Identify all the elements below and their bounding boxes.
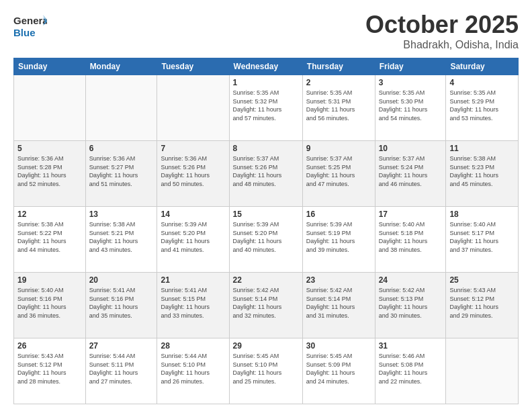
header-wednesday: Wednesday: [229, 58, 302, 75]
table-row: 12Sunrise: 5:38 AMSunset: 5:22 PMDayligh…: [14, 207, 86, 273]
calendar-week-row: 12Sunrise: 5:38 AMSunset: 5:22 PMDayligh…: [14, 207, 519, 273]
day-info: Sunrise: 5:37 AMSunset: 5:25 PMDaylight:…: [306, 154, 371, 188]
table-row: 3Sunrise: 5:35 AMSunset: 5:30 PMDaylight…: [375, 75, 446, 141]
day-info: Sunrise: 5:40 AMSunset: 5:18 PMDaylight:…: [379, 220, 443, 254]
table-row: 22Sunrise: 5:42 AMSunset: 5:14 PMDayligh…: [229, 273, 302, 338]
calendar-header-row: Sunday Monday Tuesday Wednesday Thursday…: [14, 58, 519, 75]
day-info: Sunrise: 5:42 AMSunset: 5:14 PMDaylight:…: [306, 286, 371, 320]
day-number: 26: [17, 341, 82, 351]
day-info: Sunrise: 5:41 AMSunset: 5:15 PMDaylight:…: [161, 286, 225, 320]
day-number: 6: [89, 144, 154, 153]
calendar-table: Sunday Monday Tuesday Wednesday Thursday…: [13, 58, 519, 404]
day-info: Sunrise: 5:38 AMSunset: 5:22 PMDaylight:…: [17, 220, 82, 254]
table-row: [157, 75, 229, 141]
table-row: 18Sunrise: 5:40 AMSunset: 5:17 PMDayligh…: [446, 207, 519, 273]
day-info: Sunrise: 5:42 AMSunset: 5:13 PMDaylight:…: [379, 286, 443, 320]
day-number: 13: [89, 210, 154, 219]
table-row: 21Sunrise: 5:41 AMSunset: 5:15 PMDayligh…: [157, 273, 229, 338]
day-info: Sunrise: 5:42 AMSunset: 5:14 PMDaylight:…: [233, 286, 299, 320]
day-info: Sunrise: 5:35 AMSunset: 5:29 PMDaylight:…: [449, 89, 515, 122]
day-info: Sunrise: 5:43 AMSunset: 5:12 PMDaylight:…: [17, 352, 82, 385]
day-info: Sunrise: 5:39 AMSunset: 5:20 PMDaylight:…: [233, 220, 299, 254]
table-row: 7Sunrise: 5:36 AMSunset: 5:26 PMDaylight…: [157, 141, 229, 207]
day-number: 16: [306, 210, 371, 219]
table-row: 20Sunrise: 5:41 AMSunset: 5:16 PMDayligh…: [85, 273, 157, 338]
day-info: Sunrise: 5:44 AMSunset: 5:11 PMDaylight:…: [89, 352, 154, 385]
table-row: 15Sunrise: 5:39 AMSunset: 5:20 PMDayligh…: [229, 207, 302, 273]
table-row: 19Sunrise: 5:40 AMSunset: 5:16 PMDayligh…: [14, 273, 86, 338]
table-row: 14Sunrise: 5:39 AMSunset: 5:20 PMDayligh…: [157, 207, 229, 273]
table-row: 4Sunrise: 5:35 AMSunset: 5:29 PMDaylight…: [446, 75, 519, 141]
day-info: Sunrise: 5:37 AMSunset: 5:24 PMDaylight:…: [379, 154, 443, 188]
day-info: Sunrise: 5:38 AMSunset: 5:21 PMDaylight:…: [89, 220, 154, 254]
page: General Blue October 2025 Bhadrakh, Odis…: [0, 0, 532, 411]
day-number: 2: [306, 78, 371, 87]
day-number: 27: [89, 341, 154, 351]
day-info: Sunrise: 5:36 AMSunset: 5:26 PMDaylight:…: [161, 154, 225, 188]
day-number: 17: [379, 210, 443, 219]
day-info: Sunrise: 5:44 AMSunset: 5:10 PMDaylight:…: [161, 352, 225, 385]
table-row: [85, 75, 157, 141]
day-info: Sunrise: 5:41 AMSunset: 5:16 PMDaylight:…: [89, 286, 154, 320]
day-number: 28: [161, 341, 225, 351]
page-subtitle: Bhadrakh, Odisha, India: [365, 39, 519, 51]
day-info: Sunrise: 5:46 AMSunset: 5:08 PMDaylight:…: [379, 352, 443, 385]
header-monday: Monday: [85, 58, 157, 75]
day-number: 12: [17, 210, 82, 219]
table-row: 8Sunrise: 5:37 AMSunset: 5:26 PMDaylight…: [229, 141, 302, 207]
table-row: 9Sunrise: 5:37 AMSunset: 5:25 PMDaylight…: [302, 141, 375, 207]
day-number: 18: [449, 210, 515, 219]
day-info: Sunrise: 5:39 AMSunset: 5:20 PMDaylight:…: [161, 220, 225, 254]
calendar-week-row: 1Sunrise: 5:35 AMSunset: 5:32 PMDaylight…: [14, 75, 519, 141]
day-info: Sunrise: 5:43 AMSunset: 5:12 PMDaylight:…: [449, 286, 515, 320]
day-number: 10: [379, 144, 443, 153]
page-title: October 2025: [365, 11, 519, 39]
header-thursday: Thursday: [302, 58, 375, 75]
day-number: 15: [233, 210, 299, 219]
table-row: 27Sunrise: 5:44 AMSunset: 5:11 PMDayligh…: [85, 338, 157, 404]
day-number: 22: [233, 275, 299, 285]
header-saturday: Saturday: [446, 58, 519, 75]
day-info: Sunrise: 5:36 AMSunset: 5:27 PMDaylight:…: [89, 154, 154, 188]
day-info: Sunrise: 5:45 AMSunset: 5:09 PMDaylight:…: [306, 352, 371, 385]
day-info: Sunrise: 5:35 AMSunset: 5:30 PMDaylight:…: [379, 89, 443, 122]
day-number: 14: [161, 210, 225, 219]
table-row: 28Sunrise: 5:44 AMSunset: 5:10 PMDayligh…: [157, 338, 229, 404]
table-row: 5Sunrise: 5:36 AMSunset: 5:28 PMDaylight…: [14, 141, 86, 207]
calendar-week-row: 19Sunrise: 5:40 AMSunset: 5:16 PMDayligh…: [14, 273, 519, 338]
day-number: 7: [161, 144, 225, 153]
svg-text:Blue: Blue: [13, 27, 36, 38]
day-number: 11: [449, 144, 515, 153]
day-number: 21: [161, 275, 225, 285]
day-number: 8: [233, 144, 299, 153]
day-info: Sunrise: 5:37 AMSunset: 5:26 PMDaylight:…: [233, 154, 299, 188]
svg-text:General: General: [13, 15, 47, 26]
table-row: 25Sunrise: 5:43 AMSunset: 5:12 PMDayligh…: [446, 273, 519, 338]
logo-icon: General Blue: [13, 11, 47, 39]
day-number: 9: [306, 144, 371, 153]
day-number: 25: [449, 275, 515, 285]
day-number: 29: [233, 341, 299, 351]
day-number: 5: [17, 144, 82, 153]
table-row: 1Sunrise: 5:35 AMSunset: 5:32 PMDaylight…: [229, 75, 302, 141]
table-row: 26Sunrise: 5:43 AMSunset: 5:12 PMDayligh…: [14, 338, 86, 404]
day-info: Sunrise: 5:35 AMSunset: 5:31 PMDaylight:…: [306, 89, 371, 122]
table-row: 16Sunrise: 5:39 AMSunset: 5:19 PMDayligh…: [302, 207, 375, 273]
table-row: 23Sunrise: 5:42 AMSunset: 5:14 PMDayligh…: [302, 273, 375, 338]
table-row: 17Sunrise: 5:40 AMSunset: 5:18 PMDayligh…: [375, 207, 446, 273]
table-row: 2Sunrise: 5:35 AMSunset: 5:31 PMDaylight…: [302, 75, 375, 141]
title-block: October 2025 Bhadrakh, Odisha, India: [365, 11, 519, 51]
table-row: 24Sunrise: 5:42 AMSunset: 5:13 PMDayligh…: [375, 273, 446, 338]
table-row: 6Sunrise: 5:36 AMSunset: 5:27 PMDaylight…: [85, 141, 157, 207]
day-number: 20: [89, 275, 154, 285]
table-row: 11Sunrise: 5:38 AMSunset: 5:23 PMDayligh…: [446, 141, 519, 207]
day-info: Sunrise: 5:38 AMSunset: 5:23 PMDaylight:…: [449, 154, 515, 188]
day-number: 24: [379, 275, 443, 285]
table-row: 13Sunrise: 5:38 AMSunset: 5:21 PMDayligh…: [85, 207, 157, 273]
day-info: Sunrise: 5:45 AMSunset: 5:10 PMDaylight:…: [233, 352, 299, 385]
day-number: 30: [306, 341, 371, 351]
day-info: Sunrise: 5:40 AMSunset: 5:16 PMDaylight:…: [17, 286, 82, 320]
table-row: [446, 338, 519, 404]
day-info: Sunrise: 5:39 AMSunset: 5:19 PMDaylight:…: [306, 220, 371, 254]
calendar-week-row: 26Sunrise: 5:43 AMSunset: 5:12 PMDayligh…: [14, 338, 519, 404]
